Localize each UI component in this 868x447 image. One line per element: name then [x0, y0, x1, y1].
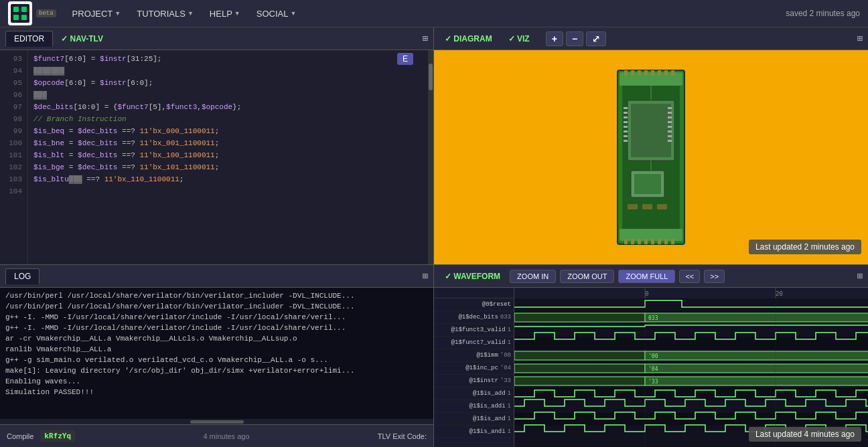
- signal-label: @1$funct7_valid1: [434, 337, 514, 349]
- diagram-content: Last updated 2 minutes ago: [434, 50, 868, 264]
- editor-scrollbar[interactable]: [428, 50, 433, 264]
- nav-help[interactable]: HELP ▼: [203, 5, 247, 23]
- diagram-last-updated: Last updated 2 minutes ago: [749, 240, 861, 254]
- diagram-expand-icon[interactable]: ⊞: [857, 33, 863, 44]
- nav-next-button[interactable]: >>: [704, 270, 725, 283]
- log-line: ar -cr Vmakerchip__ALL.a Vmakerchip__ALL…: [5, 333, 428, 344]
- svg-text:20: 20: [776, 290, 783, 297]
- tab-log[interactable]: LOG: [5, 268, 40, 284]
- signal-label: @1$is_andi1: [434, 426, 514, 438]
- nav-social[interactable]: SOCIAL ▼: [250, 5, 303, 23]
- log-content: /usr/bin/perl /usr/local/share/verilator…: [0, 288, 433, 419]
- editor-tabs: EDITOR ✓ NAV-TLV ⊞: [0, 27, 433, 50]
- log-line: g++ -I. -MMD -I/usr/local/share/verilato…: [5, 312, 428, 323]
- svg-text:033: 033: [648, 315, 658, 321]
- svg-rect-60: [514, 337, 868, 349]
- expand-icon[interactable]: ⊞: [423, 33, 428, 44]
- code-area[interactable]: E 93 94 95 96 97 98 99 100 101 102 103 1…: [0, 50, 433, 264]
- svg-rect-69: [645, 313, 868, 322]
- svg-rect-40: [624, 239, 628, 244]
- log-expand-icon[interactable]: ⊞: [423, 270, 428, 282]
- chevron-down-icon: ▼: [188, 10, 194, 17]
- svg-rect-50: [514, 288, 868, 298]
- log-line: ranlib Vmakerchip__ALL.a: [5, 344, 428, 355]
- nav-prev-button[interactable]: <<: [679, 270, 700, 283]
- svg-rect-12: [651, 70, 654, 76]
- log-line: g++ -I. -MMD -I/usr/local/share/verilato…: [5, 323, 428, 333]
- waveform-expand-icon[interactable]: ⊞: [857, 270, 863, 282]
- nav-project[interactable]: PROJECT ▼: [66, 5, 128, 23]
- svg-rect-72: [645, 351, 868, 360]
- svg-rect-57: [514, 298, 868, 311]
- saved-status: saved 2 minutes ago: [786, 9, 860, 18]
- svg-rect-78: [645, 377, 868, 385]
- waveform-tracks[interactable]: 0 20 40: [514, 288, 868, 447]
- zoom-in-button[interactable]: ZOOM IN: [510, 270, 556, 283]
- svg-rect-10: [638, 70, 641, 76]
- svg-rect-4: [21, 15, 27, 20]
- zoom-out-button[interactable]: ZOOM OUT: [560, 270, 614, 283]
- svg-rect-36: [628, 204, 638, 209]
- log-footer: Compile kRfzYq 4 minutes ago TLV Exit Co…: [0, 424, 433, 447]
- waveform-svg: 0 20 40: [514, 288, 868, 447]
- signal-label: @1$is_and1: [434, 413, 514, 426]
- svg-rect-11: [644, 70, 648, 76]
- svg-rect-77: [514, 377, 645, 385]
- line-numbers: 93 94 95 96 97 98 99 100 101 102 103 104: [0, 50, 28, 264]
- svg-rect-31: [668, 130, 672, 132]
- log-line: Enabling waves...: [5, 376, 428, 387]
- svg-rect-74: [514, 364, 645, 373]
- compile-label: Compile: [7, 432, 33, 440]
- diagram-toolbar: ✓ DIAGRAM ✓ VIZ + − ⤢ ⊞: [434, 27, 868, 50]
- svg-rect-28: [668, 116, 672, 118]
- svg-rect-65: [514, 400, 868, 413]
- waveform-content: @0$reset @1$dec_bits033 @1$funct3_valid1…: [434, 288, 868, 447]
- zoom-full-button[interactable]: ZOOM FULL: [618, 270, 675, 283]
- svg-rect-19: [624, 112, 628, 114]
- waveform-section: ✓ WAVEFORM ZOOM IN ZOOM OUT ZOOM FULL <<…: [434, 265, 868, 447]
- log-line: /usr/bin/perl /usr/local/share/verilator…: [5, 301, 428, 312]
- chevron-down-icon: ▼: [290, 10, 296, 17]
- svg-rect-59: [514, 324, 868, 337]
- chevron-down-icon: ▼: [234, 10, 240, 17]
- tab-diagram[interactable]: ✓ DIAGRAM: [439, 33, 498, 45]
- tab-nav-tlv[interactable]: ✓ NAV-TLV: [53, 31, 111, 46]
- right-panel: ✓ DIAGRAM ✓ VIZ + − ⤢ ⊞: [434, 27, 868, 447]
- svg-rect-13: [658, 70, 661, 76]
- svg-rect-21: [624, 121, 628, 123]
- svg-rect-18: [624, 107, 628, 109]
- svg-rect-17: [631, 104, 671, 157]
- log-section: LOG ⊞ /usr/bin/perl /usr/local/share/ver…: [0, 265, 433, 447]
- svg-rect-47: [671, 239, 674, 244]
- svg-text:0: 0: [645, 290, 648, 297]
- tab-editor[interactable]: EDITOR: [5, 31, 53, 47]
- svg-text:'33: '33: [648, 379, 658, 385]
- tab-waveform[interactable]: ✓ WAVEFORM: [439, 270, 506, 282]
- signal-label: @1$inc_pc'04: [434, 362, 514, 375]
- zoom-out-button[interactable]: −: [566, 31, 583, 46]
- svg-rect-29: [668, 121, 672, 123]
- fullscreen-button[interactable]: ⤢: [586, 31, 606, 46]
- svg-rect-27: [668, 112, 672, 114]
- svg-rect-14: [664, 70, 668, 76]
- e-button[interactable]: E: [397, 53, 413, 65]
- log-line: Simulation PASSED!!!: [5, 387, 428, 397]
- log-line: /usr/bin/perl /usr/local/share/verilator…: [5, 290, 428, 301]
- svg-rect-68: [514, 313, 645, 322]
- tlv-exit-label: TLV Exit Code:: [378, 432, 427, 440]
- signal-label: @1$dec_bits033: [434, 311, 514, 324]
- diagram-zoom-controls: + − ⤢: [546, 31, 606, 46]
- svg-rect-20: [624, 116, 628, 118]
- nav-tutorials[interactable]: TUTORIALS ▼: [130, 5, 200, 23]
- beta-badge: beta: [36, 9, 56, 17]
- tab-viz[interactable]: ✓ VIZ: [503, 33, 535, 45]
- logo-icon[interactable]: [8, 1, 32, 25]
- svg-rect-44: [651, 239, 654, 244]
- zoom-in-button[interactable]: +: [546, 31, 563, 46]
- diagram-section: ✓ DIAGRAM ✓ VIZ + − ⤢ ⊞: [434, 27, 868, 265]
- log-line: make[1]: Leaving directory '/src/obj_dir…: [5, 365, 428, 376]
- svg-rect-26: [668, 107, 672, 109]
- svg-text:'00: '00: [648, 353, 658, 359]
- svg-rect-2: [21, 7, 27, 12]
- svg-rect-0: [11, 4, 29, 23]
